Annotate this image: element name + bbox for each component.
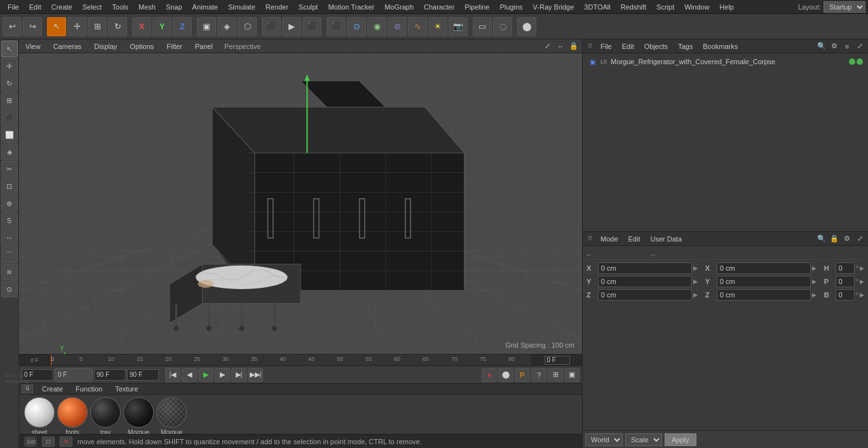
pb-next-frame[interactable]: ▶ — [215, 368, 230, 382]
attr-edit[interactable]: Edit — [625, 234, 644, 244]
obj-dot-editor[interactable] — [849, 58, 855, 65]
attr-lock-icon[interactable]: 🔒 — [829, 233, 840, 245]
obj-bookmarks[interactable]: Bookmarks — [699, 41, 742, 51]
attr-mode[interactable]: Mode — [597, 234, 622, 244]
object-mode-button[interactable]: ◈ — [217, 17, 236, 36]
menu-sculpt[interactable]: Sculpt — [294, 2, 323, 12]
attr-x-size-input[interactable] — [717, 262, 811, 274]
attr-p-arrow[interactable]: ▶ — [860, 278, 864, 285]
attr-h-input[interactable] — [836, 262, 855, 274]
y-axis-button[interactable]: Y — [153, 17, 172, 36]
z-axis-button[interactable]: Z — [173, 17, 192, 36]
obj-item-morgue[interactable]: ▣ L0 Morgue_Refrigerator_with_Covered_Fe… — [585, 56, 865, 67]
obj-settings-icon[interactable]: ⚙ — [829, 41, 840, 52]
attr-y-pos-input[interactable] — [598, 276, 692, 287]
x-axis-button[interactable]: X — [132, 17, 151, 36]
nurbs-button[interactable]: ◉ — [367, 17, 386, 36]
obj-file[interactable]: File — [597, 41, 616, 51]
menu-mograph[interactable]: MoGraph — [379, 2, 419, 12]
pb-preview-btn[interactable]: P — [515, 368, 530, 382]
apply-button[interactable]: Apply — [665, 433, 696, 446]
mat-texture[interactable]: Texture — [111, 384, 142, 394]
pb-filmstrip-btn[interactable]: ▣ — [564, 368, 580, 382]
menu-vray[interactable]: V-Ray Bridge — [528, 2, 580, 12]
left-icon-sculpt[interactable]: ⌒ — [1, 247, 18, 263]
attr-h-arrow[interactable]: ▶ — [860, 265, 864, 271]
status-window-icon[interactable]: □ — [42, 437, 55, 447]
attr-b-arrow[interactable]: ▶ — [860, 292, 864, 298]
deformer-button[interactable]: ⊘ — [388, 17, 407, 36]
vp-icon-lock[interactable]: 🔒 — [568, 41, 580, 52]
cube-button[interactable]: ⬛ — [327, 17, 346, 36]
menu-help[interactable]: Help — [714, 2, 739, 12]
menu-tools[interactable]: Tools — [107, 2, 133, 12]
attr-z-size-input[interactable] — [717, 289, 811, 301]
menu-snap[interactable]: Snap — [161, 2, 187, 12]
attr-user-data[interactable]: User Data — [647, 234, 686, 244]
obj-edit[interactable]: Edit — [618, 41, 638, 51]
left-icon-smooth[interactable]: ≋ — [1, 264, 18, 280]
left-icon-grab[interactable]: ⊙ — [1, 281, 18, 297]
vp-menu-view[interactable]: View — [22, 41, 44, 51]
left-icon-loop-cut[interactable]: ⬜ — [1, 126, 18, 143]
undo-button[interactable]: ↩ — [3, 17, 22, 36]
sky-button[interactable]: ◌ — [493, 17, 512, 36]
attr-x-pos-input[interactable] — [598, 262, 692, 274]
render-anim-button[interactable]: ⬛ — [302, 17, 322, 36]
attr-y-size-input[interactable] — [717, 276, 811, 287]
left-icon-magnet[interactable]: ⊡ — [1, 178, 18, 194]
material-foots[interactable]: foots — [57, 397, 88, 436]
vp-menu-options[interactable]: Options — [126, 41, 158, 51]
pb-goto-end[interactable]: ▶| — [231, 368, 247, 382]
model-mode-button[interactable]: ▣ — [197, 17, 216, 36]
texture-mode-button[interactable]: ⬡ — [238, 17, 257, 36]
attr-y-size-arrow[interactable]: ▶ — [812, 278, 817, 285]
material-morgue1[interactable]: Morgue — [123, 397, 154, 436]
pb-record-btn[interactable]: ● — [482, 368, 497, 382]
move-tool-button[interactable]: ✛ — [67, 17, 86, 36]
pb-autokey-btn[interactable]: ⬤ — [498, 368, 513, 382]
light-button[interactable]: ☀ — [428, 17, 447, 36]
attr-x-arrow[interactable]: ▶ — [693, 265, 698, 271]
left-icon-knife[interactable]: ✂ — [1, 161, 18, 177]
sphere-button[interactable]: ⊙ — [347, 17, 366, 36]
attr-y-arrow[interactable]: ▶ — [693, 278, 698, 285]
obj-expand-icon[interactable]: ⤢ — [854, 41, 865, 52]
menu-select[interactable]: Select — [78, 2, 107, 12]
left-icon-paint[interactable]: S — [1, 212, 18, 229]
world-dropdown[interactable]: World — [585, 433, 623, 446]
menu-character[interactable]: Character — [419, 2, 459, 12]
menu-edit[interactable]: Edit — [24, 2, 46, 12]
menu-file[interactable]: File — [3, 2, 24, 12]
material-tray[interactable]: tray — [90, 397, 121, 436]
attr-z-arrow[interactable]: ▶ — [693, 292, 698, 298]
vp-menu-filter[interactable]: Filter — [163, 41, 186, 51]
material-panel-handle[interactable]: ⠿ — [22, 384, 33, 393]
timeline-track[interactable]: 0 5 10 15 20 25 30 35 40 45 50 55 60 65 … — [51, 355, 531, 365]
attr-expand-icon[interactable]: ⤢ — [854, 233, 865, 245]
camera-button[interactable]: 📷 — [449, 17, 468, 36]
obj-dot-render[interactable] — [857, 58, 863, 65]
left-icon-measure[interactable]: ↔ — [1, 229, 18, 246]
timeline-ruler[interactable]: 0 F 0 5 10 15 20 25 30 35 40 45 50 — [19, 354, 582, 365]
pb-play-button[interactable]: ▶ — [198, 368, 214, 382]
frame-current-input[interactable] — [545, 356, 570, 365]
pb-help-btn[interactable]: ? — [531, 368, 546, 382]
pb-grid-btn[interactable]: ⊞ — [548, 368, 563, 382]
rotate-tool-button[interactable]: ↻ — [108, 17, 127, 36]
pb-current-frame[interactable] — [56, 369, 92, 381]
attr-z-pos-input[interactable] — [598, 289, 692, 301]
attr-settings-icon[interactable]: ⚙ — [841, 233, 853, 245]
render-view-button[interactable]: ▶ — [282, 17, 301, 36]
left-icon-pointer[interactable]: ↖ — [1, 41, 18, 57]
material-button[interactable]: ⬤ — [517, 17, 536, 36]
left-icon-polygon[interactable]: ◈ — [1, 144, 18, 160]
vp-menu-display[interactable]: Display — [90, 41, 121, 51]
vp-menu-panel[interactable]: Panel — [191, 41, 217, 51]
viewport-3d[interactable]: X Y Z Grid Spacing : 100 cm — [19, 53, 582, 354]
menu-redshift[interactable]: Redshift — [616, 2, 651, 12]
vp-menu-cameras[interactable]: Cameras — [50, 41, 86, 51]
attr-b-input[interactable] — [836, 289, 855, 301]
menu-animate[interactable]: Animate — [187, 2, 223, 12]
left-icon-extrude[interactable]: ⬛ — [1, 109, 18, 126]
